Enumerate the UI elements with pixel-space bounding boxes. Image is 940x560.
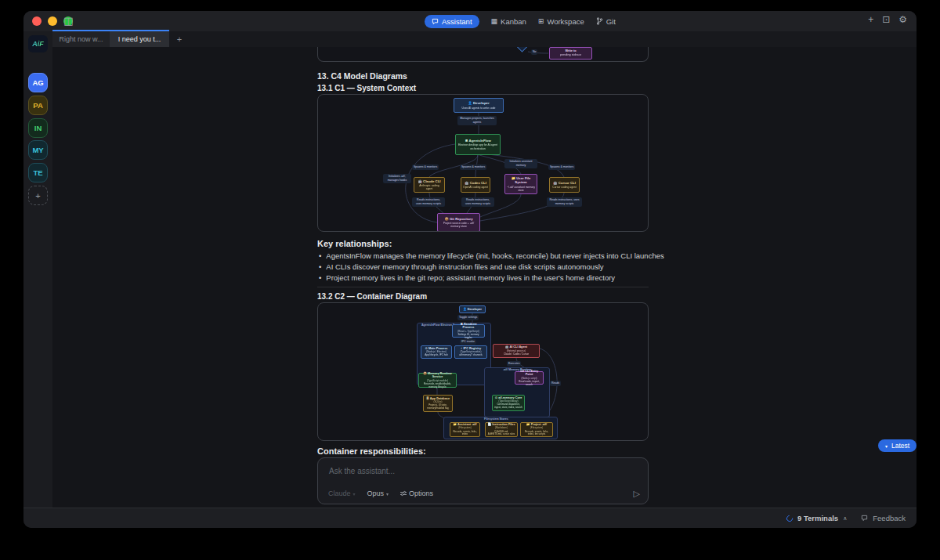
bullet-3: •Project memory lives in the git repo; a… (319, 273, 615, 282)
view-switcher: Assistant ▦ Kanban ⊞ Workspace Git (425, 14, 616, 28)
sidebar-avatar-in[interactable]: IN (28, 118, 48, 138)
d1-node-cursor-cli: 🤖 Cursor CLI Cursor coding agent (549, 177, 580, 193)
d1-label-spawns-2: Spawns & monitors (460, 164, 486, 170)
d2-label-ipc-invoke: IPC invoke (460, 339, 476, 345)
heading-c4-model-diagrams: 13. C4 Model Diagrams (317, 71, 407, 81)
workspace-icon: ⊞ (538, 18, 544, 25)
chevron-down-icon: ▾ (386, 491, 389, 497)
sliders-icon (400, 490, 407, 497)
d2-node-assistant-aif: 📁 Assistant .aif/ (Filesystem) Records, … (450, 422, 480, 437)
composer-controls: Claude▾ Opus▾ Options (328, 490, 433, 497)
d1-node-developer: 👤 Developer Uses AI agents to write code (454, 98, 504, 113)
chevron-up-icon: ∧ (843, 515, 847, 522)
d1-node-git-repository: 📦 Git Repository Project source code + .… (437, 213, 480, 232)
nav-workspace-label: Workspace (547, 17, 584, 26)
main-area: Right now w... I need you t... + No Writ… (52, 31, 916, 508)
nav-assistant[interactable]: Assistant (425, 15, 479, 28)
decision-diamond (515, 47, 529, 52)
d1-label-reads-2: Reads instructions, uses memory scripts (461, 197, 494, 207)
d2-node-aif-memory-core: ⚙ aif-memory Core (TypeScript library) C… (492, 395, 525, 411)
bullet-dot: • (319, 273, 321, 282)
d2-node-ipc-registry: ⚡ IPC Registry (TypeScript module) aif/m… (454, 345, 487, 359)
tab-i-need-you[interactable]: I need you t... (110, 31, 169, 47)
d1-node-user-file-system: 📁 User File System ~/.aif/ assistant mem… (504, 174, 537, 194)
chat-input[interactable] (327, 465, 634, 482)
new-window-icon[interactable]: ⊡ (882, 15, 890, 24)
feedback-button[interactable]: Feedback (861, 514, 906, 522)
d1-label-reads-1: Reads instructions, uses memory scripts (412, 197, 445, 207)
divider (317, 287, 649, 287)
new-tab-button[interactable]: + (169, 31, 190, 47)
settings-gear-icon[interactable]: ⚙ (898, 15, 907, 24)
d1-label-init-aif: Initializes .aif/, manages hooks (383, 174, 411, 183)
clipped-diagram-panel: No Write to pending sidecar (317, 47, 649, 62)
partial-edges (318, 47, 649, 62)
close-button[interactable] (32, 16, 42, 26)
d2-node-cli-entry-point: ⌨ CLI Entry Point (Node.js script) Read … (515, 371, 544, 385)
d2-label-toggle: Toggle settings (457, 315, 479, 320)
sidebar-avatar-te[interactable]: TE (28, 163, 48, 182)
d2-node-renderer: 🖥 Renderer Process (React + TypeScript) … (452, 324, 485, 338)
d2-node-app-database: 🗄 App Database (SQLite) Projects, UI sta… (423, 395, 453, 412)
d2-label-reads: Reads (550, 381, 561, 386)
kanban-icon: ▦ (491, 18, 498, 25)
chevron-down-icon: ▾ (885, 443, 888, 449)
scroll-to-latest-button[interactable]: ▾ Latest (878, 439, 916, 452)
tab-right-now[interactable]: Right now w... (52, 31, 110, 47)
sidebar-avatar-pa[interactable]: PA (28, 96, 48, 115)
feedback-bubble-icon (861, 515, 868, 522)
sidebar-add-project-button[interactable]: + (28, 186, 48, 205)
heading-c2-container-diagram: 13.2 C2 — Container Diagram (317, 292, 427, 301)
project-sidebar: AiF AG PA IN MY TE + (24, 31, 52, 508)
system-context-diagram: 👤 Developer Uses AI agents to write code… (317, 94, 649, 232)
document-column: No Write to pending sidecar 13. C4 Model… (317, 47, 650, 508)
minimize-button[interactable] (48, 16, 57, 26)
tab-accent-line (52, 30, 169, 31)
app-logo: AiF (28, 35, 48, 52)
sidebar-avatar-my[interactable]: MY (28, 140, 48, 160)
nav-assistant-label: Assistant (442, 17, 472, 26)
git-branch-icon (596, 17, 603, 25)
d2-node-memory-runtime-service: 📦 Memory Runtime Service (TypeScript mod… (418, 373, 457, 388)
chat-composer: Claude▾ Opus▾ Options ▷ (317, 457, 649, 504)
terminals-label: 9 Terminals (797, 514, 838, 522)
titlebar: ◫ Assistant ▦ Kanban ⊞ Workspace Git + ⊡… (24, 11, 916, 31)
nav-kanban[interactable]: ▦ Kanban (491, 17, 526, 26)
d1-node-agentsinflow: 🖥 AgentsInFlow Electron desktop app for … (455, 134, 501, 155)
window-body: AiF AG PA IN MY TE + Right now w... I ne… (24, 31, 916, 508)
app-window: ◫ Assistant ▦ Kanban ⊞ Workspace Git + ⊡… (24, 11, 916, 528)
options-button[interactable]: Options (400, 490, 433, 497)
chevron-down-icon: ▾ (353, 491, 356, 497)
tab-strip: Right now w... I need you t... + (52, 31, 916, 47)
nav-kanban-label: Kanban (501, 17, 526, 26)
bullet-1: •AgentsInFlow manages the memory lifecyc… (319, 251, 664, 260)
node-pending-sidecar: Write to pending sidecar (549, 47, 592, 60)
bullet-dot: • (319, 262, 321, 271)
heading-container-responsibilities: Container responsibilities: (317, 446, 426, 456)
sidebar-avatar-ag[interactable]: AG (28, 73, 48, 92)
feedback-label: Feedback (873, 514, 906, 522)
model-select[interactable]: Opus▾ (367, 490, 389, 497)
d2-node-developer: 👤 Developer (459, 305, 486, 313)
chat-content: No Write to pending sidecar 13. C4 Model… (52, 47, 916, 508)
d1-label-spawns-1: Spawns & monitors (412, 164, 439, 170)
d1-node-claude-cli: 🤖 Claude CLI Anthropic coding agent (414, 177, 445, 193)
d2-node-project-aif: 📁 Project .aif/ (Filesystem) Records, ev… (520, 422, 553, 437)
add-icon[interactable]: + (868, 15, 873, 24)
nav-workspace[interactable]: ⊞ Workspace (538, 17, 584, 26)
d2-node-ai-cli-agent: 🤖 AI CLI Agent (External process) Claude… (493, 344, 540, 358)
app-logo-text: AiF (32, 40, 44, 48)
titlebar-actions: + ⊡ ⚙ (868, 15, 907, 24)
terminals-status[interactable]: 9 Terminals ∧ (786, 514, 847, 522)
d2-node-main-process: ⚙ Main Process (Node.js / Electron) App … (421, 345, 452, 359)
sidebar-toggle-icon[interactable]: ◫ (63, 16, 73, 26)
statusbar: 9 Terminals ∧ Feedback (24, 508, 916, 528)
provider-select[interactable]: Claude▾ (328, 490, 356, 497)
nav-git[interactable]: Git (596, 17, 616, 26)
send-icon[interactable]: ▷ (634, 490, 640, 498)
bullet-dot: • (319, 251, 321, 260)
d1-node-codex-cli: 🤖 Codex CLI OpenAI coding agent (461, 177, 490, 193)
d2-label-executes: Executes (507, 361, 521, 367)
spinner-icon (785, 514, 794, 522)
container-diagram: 👤 Developer Toggle settings AgentsInFlow… (317, 302, 649, 441)
